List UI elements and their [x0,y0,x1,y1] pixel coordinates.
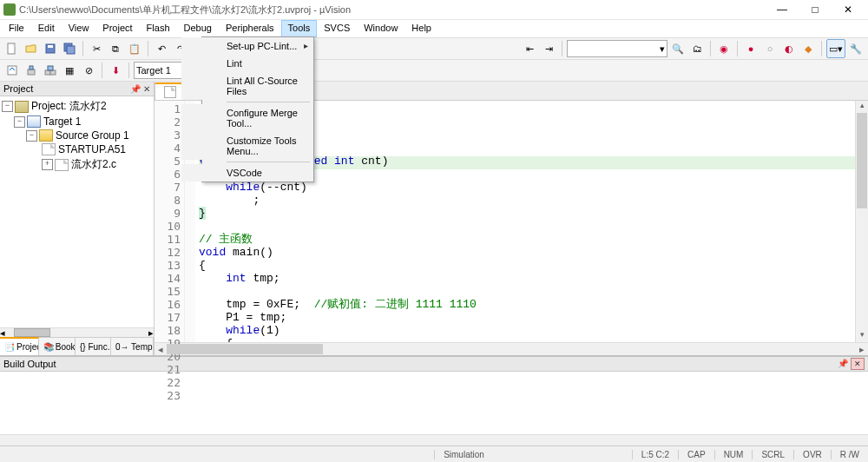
indent-icon[interactable]: ⇤ [521,40,538,57]
menu-edit[interactable]: Edit [31,20,62,37]
tree-file[interactable]: STARTUP.A51 [58,143,126,155]
project-pane-label: Project [3,83,33,94]
copy-icon[interactable]: ⧉ [107,40,124,57]
project-pane-tabs: 📑 Project 📚 Books {} Func... 0→ Temp... [0,337,154,355]
editor-v-scrollbar[interactable]: ▴▾ [855,101,868,342]
menu-project[interactable]: Project [95,20,139,37]
menu-customize-tools[interactable]: Customize Tools Menu... [181,132,313,160]
new-file-icon[interactable] [3,40,21,57]
maximize-button[interactable]: □ [799,0,832,19]
breakpoint-kill-icon[interactable]: ◐ [780,40,798,57]
svg-rect-10 [48,66,53,70]
breakpoint-disable-icon[interactable]: ○ [761,40,779,57]
build-close-icon[interactable]: ✕ [851,358,865,370]
menu-lint[interactable]: Lint [181,55,313,72]
status-num: NUM [714,450,753,459]
save-icon[interactable] [42,40,59,57]
tools-dropdown: Set-up PC-Lint...▸ Lint Lint All C-Sourc… [201,36,314,182]
status-bar: Simulation L:5 C:2 CAP NUM SCRL OVR R /W [0,446,868,462]
svg-rect-2 [48,45,53,48]
tree-file[interactable]: 流水灯2.c [71,157,116,172]
tree-project[interactable]: Project: 流水灯2 [31,99,107,114]
menu-lint-all[interactable]: Lint All C-Source Files [181,72,313,100]
outdent-icon[interactable]: ⇥ [540,40,557,57]
project-pane-title: Project 📌 ✕ [0,82,154,96]
find-icon[interactable]: 🔍 [669,40,687,57]
find-combo[interactable]: ▾ [567,40,667,57]
breakpoint-insert-icon[interactable]: ● [742,40,760,57]
menu-help[interactable]: Help [404,20,438,37]
window-layout-icon[interactable]: ▭▾ [826,39,845,58]
tab-project[interactable]: 📑 Project [0,337,39,355]
menu-flash[interactable]: Flash [140,20,177,37]
menu-configure-merge[interactable]: Configure Merge Tool... [181,104,313,132]
status-cursor-pos: L:5 C:2 [632,450,678,459]
tree-group[interactable]: Source Group 1 [56,129,129,142]
open-file-icon[interactable] [23,40,40,57]
configure-icon[interactable]: 🔧 [847,40,865,57]
project-pane: Project 📌 ✕ −Project: 流水灯2 −Target 1 −So… [0,82,155,355]
translate-icon[interactable] [3,62,21,79]
cut-icon[interactable]: ✂ [88,40,105,57]
title-bar: C:\Users\newwo\Documents\单片机工程文件\流水灯2\流水… [0,0,868,20]
save-all-icon[interactable] [61,40,78,57]
status-scrl: SCRL [752,450,793,459]
tab-functions[interactable]: {} Func... [76,338,111,355]
editor-h-scrollbar[interactable]: ◂▸ [155,342,868,355]
menu-file[interactable]: File [2,20,31,37]
tab-books[interactable]: 📚 Books [39,338,76,355]
tree-h-scrollbar[interactable]: ◂▸ [0,327,154,337]
build-output-body[interactable] [0,372,868,434]
build-output-pane: Build Output 📌 ✕ [0,355,868,446]
menu-svcs[interactable]: SVCS [317,20,357,37]
app-icon [3,3,16,16]
status-mode: Simulation [434,450,493,459]
menu-peripherals[interactable]: Peripherals [219,20,281,37]
tab-templates[interactable]: 0→ Temp... [111,338,154,355]
window-title: C:\Users\newwo\Documents\单片机工程文件\流水灯2\流水… [19,3,766,16]
status-caps: CAP [678,450,714,459]
menu-debug[interactable]: Debug [177,20,219,37]
download-icon[interactable]: ⬇ [107,62,124,79]
debug-icon[interactable]: ◉ [715,40,733,57]
svg-rect-8 [45,70,50,75]
pane-pin-icon[interactable]: 📌 ✕ [130,84,150,94]
menu-window[interactable]: Window [357,20,404,37]
build-toolbar: ▦ ⊘ ⬇ Target 1▾ 🔧 📁 [0,60,868,82]
svg-rect-7 [30,66,33,69]
paste-icon[interactable]: 📋 [126,40,143,57]
menu-tools[interactable]: Tools [281,20,318,37]
menu-bar: FileEditViewProjectFlashDebugPeripherals… [0,20,868,38]
close-button[interactable]: ✕ [832,0,865,19]
svg-rect-6 [28,69,35,75]
svg-rect-4 [67,46,75,54]
rebuild-icon[interactable] [42,62,59,79]
svg-rect-9 [50,70,56,75]
breakpoint-enable-icon[interactable]: ◆ [799,40,817,57]
menu-setup-pc-lint[interactable]: Set-up PC-Lint...▸ [181,37,313,55]
minimize-button[interactable]: — [766,0,799,19]
status-ovr: OVR [793,450,831,459]
find-in-files-icon[interactable]: 🗂 [688,40,706,57]
batch-build-icon[interactable]: ▦ [61,62,78,79]
project-tree[interactable]: −Project: 流水灯2 −Target 1 −Source Group 1… [0,96,154,327]
build-pin-icon[interactable]: 📌 [838,359,848,368]
undo-icon[interactable]: ↶ [153,40,170,57]
stop-build-icon[interactable]: ⊘ [80,62,97,79]
build-h-scrollbar[interactable] [0,434,868,446]
build-icon[interactable] [23,62,40,79]
build-output-label: Build Output [3,359,56,369]
status-rw: R /W [831,450,868,459]
menu-vscode[interactable]: VSCode [181,164,313,182]
menu-view[interactable]: View [62,20,96,37]
tree-target[interactable]: Target 1 [43,116,81,128]
line-gutter: 1234567891011121314151617181920212223 [155,101,185,342]
standard-toolbar: ✂ ⧉ 📋 ↶ ↷ ⇦ ⇨ 🔖 ⬆ ⬇ ✖ ⇤ ⇥ ▾ 🔍 🗂 ◉ ● ○ ◐ … [0,38,868,60]
